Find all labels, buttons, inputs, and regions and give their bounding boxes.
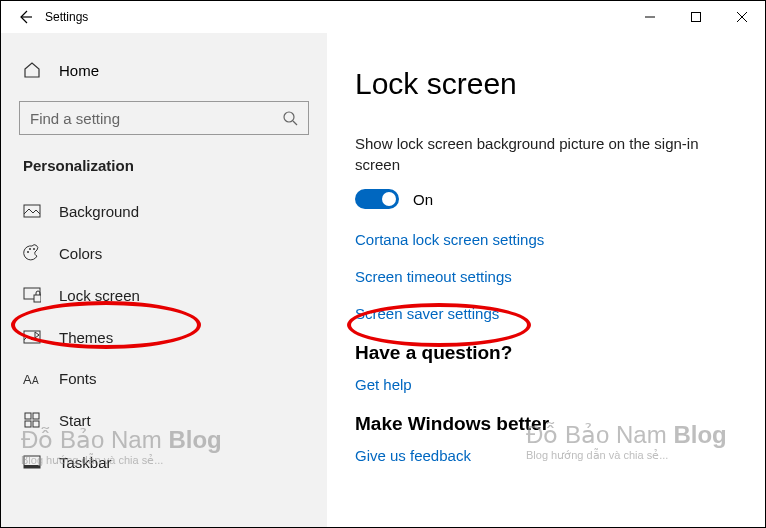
svg-rect-12 xyxy=(34,295,41,302)
sidebar-item-label: Themes xyxy=(59,329,113,346)
fonts-icon: AA xyxy=(23,372,41,386)
link-screensaver-settings[interactable]: Screen saver settings xyxy=(355,305,735,322)
svg-text:A: A xyxy=(32,375,39,386)
svg-rect-2 xyxy=(692,13,701,22)
svg-point-10 xyxy=(33,248,35,250)
svg-rect-18 xyxy=(25,421,31,427)
svg-rect-19 xyxy=(33,421,39,427)
search-icon xyxy=(282,110,298,126)
themes-icon xyxy=(23,328,41,346)
sidebar-item-taskbar[interactable]: Taskbar xyxy=(1,441,327,483)
close-button[interactable] xyxy=(719,1,765,33)
picture-icon xyxy=(23,202,41,220)
sidebar-item-label: Start xyxy=(59,412,91,429)
link-timeout-settings[interactable]: Screen timeout settings xyxy=(355,268,735,285)
main-panel: Lock screen Show lock screen background … xyxy=(327,33,765,527)
toggle-switch[interactable] xyxy=(355,189,399,209)
sidebar-item-background[interactable]: Background xyxy=(1,190,327,232)
link-feedback[interactable]: Give us feedback xyxy=(355,447,735,464)
sidebar-item-label: Lock screen xyxy=(59,287,140,304)
taskbar-icon xyxy=(23,453,41,471)
svg-rect-21 xyxy=(24,465,40,468)
sidebar-item-label: Fonts xyxy=(59,370,97,387)
svg-point-5 xyxy=(284,112,294,122)
sidebar-home[interactable]: Home xyxy=(1,53,327,87)
sidebar-item-lock-screen[interactable]: Lock screen xyxy=(1,274,327,316)
svg-line-6 xyxy=(293,121,297,125)
palette-icon xyxy=(23,244,41,262)
home-icon xyxy=(23,61,41,79)
svg-point-9 xyxy=(29,248,31,250)
svg-text:A: A xyxy=(23,372,32,386)
svg-point-8 xyxy=(27,251,29,253)
page-title: Lock screen xyxy=(355,67,735,101)
start-icon xyxy=(23,411,41,429)
sidebar-item-start[interactable]: Start xyxy=(1,399,327,441)
link-get-help[interactable]: Get help xyxy=(355,376,735,393)
link-cortana-settings[interactable]: Cortana lock screen settings xyxy=(355,231,735,248)
question-heading: Have a question? xyxy=(355,342,735,364)
search-input[interactable]: Find a setting xyxy=(19,101,309,135)
back-icon[interactable] xyxy=(17,9,33,25)
search-placeholder: Find a setting xyxy=(30,110,120,127)
better-heading: Make Windows better xyxy=(355,413,735,435)
svg-rect-16 xyxy=(25,413,31,419)
sidebar-item-fonts[interactable]: AA Fonts xyxy=(1,358,327,399)
toggle-description: Show lock screen background picture on t… xyxy=(355,133,735,175)
sidebar: Home Find a setting Personalization Back… xyxy=(1,33,327,527)
minimize-button[interactable] xyxy=(627,1,673,33)
maximize-button[interactable] xyxy=(673,1,719,33)
sidebar-item-label: Taskbar xyxy=(59,454,112,471)
sidebar-item-label: Colors xyxy=(59,245,102,262)
sidebar-item-themes[interactable]: Themes xyxy=(1,316,327,358)
window-title: Settings xyxy=(45,10,88,24)
home-label: Home xyxy=(59,62,99,79)
sidebar-item-label: Background xyxy=(59,203,139,220)
toggle-state-label: On xyxy=(413,191,433,208)
section-header: Personalization xyxy=(1,157,327,190)
svg-rect-17 xyxy=(33,413,39,419)
sidebar-item-colors[interactable]: Colors xyxy=(1,232,327,274)
lock-screen-icon xyxy=(23,286,41,304)
